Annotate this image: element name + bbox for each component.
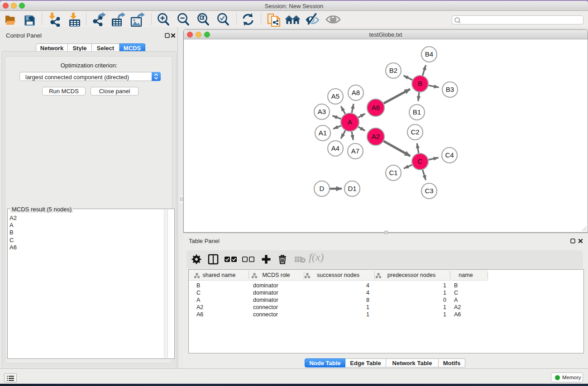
svg-text:B4: B4: [425, 50, 433, 58]
svg-text:B: B: [418, 80, 422, 87]
svg-text:C2: C2: [411, 128, 419, 136]
svg-text:C4: C4: [445, 151, 454, 159]
svg-text:B2: B2: [389, 67, 397, 74]
svg-text:A8: A8: [352, 89, 360, 96]
svg-text:C1: C1: [389, 169, 397, 176]
svg-text:B3: B3: [446, 86, 454, 93]
svg-text:D1: D1: [348, 185, 356, 192]
svg-text:A7: A7: [351, 147, 359, 155]
svg-text:A3: A3: [318, 108, 326, 115]
svg-text:C: C: [418, 157, 423, 165]
svg-text:A1: A1: [319, 129, 327, 137]
svg-text:C3: C3: [425, 187, 433, 195]
svg-text:A: A: [348, 118, 352, 126]
svg-text:B1: B1: [413, 108, 421, 116]
svg-text:A4: A4: [331, 144, 339, 152]
svg-text:A5: A5: [331, 92, 339, 100]
svg-text:A6: A6: [372, 104, 380, 111]
svg-text:D: D: [320, 185, 325, 192]
svg-text:A2: A2: [372, 133, 380, 140]
